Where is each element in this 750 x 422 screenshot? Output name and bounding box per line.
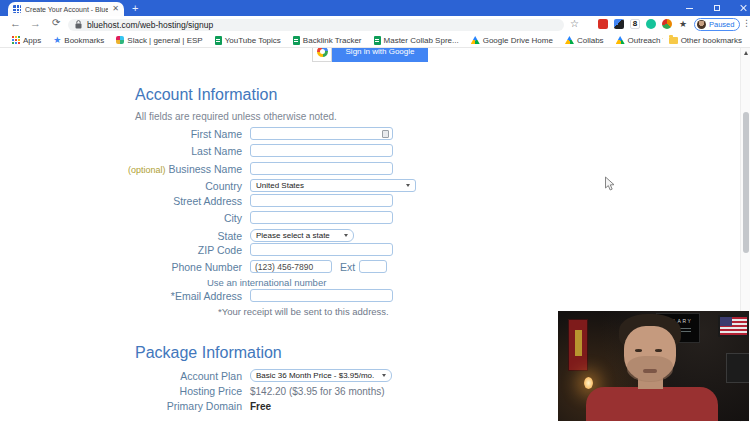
- last-name-label: Last Name: [0, 145, 250, 157]
- sheets-icon: [374, 36, 381, 45]
- street-address-input[interactable]: [250, 194, 393, 207]
- browser-menu-icon[interactable]: ⋮: [742, 18, 750, 28]
- slack-icon: [116, 36, 124, 44]
- person-torso: [586, 387, 718, 421]
- primary-domain-label: Primary Domain: [0, 400, 250, 412]
- tab-close-icon[interactable]: ✕: [112, 2, 119, 16]
- hosting-price-value: $142.20 ($3.95 for 36 months): [250, 386, 385, 397]
- new-tab-button[interactable]: +: [132, 1, 138, 15]
- url-text: bluehost.com/web-hosting/signup: [87, 20, 213, 30]
- business-name-label: (optional)Business Name: [0, 163, 250, 175]
- lock-icon: [75, 20, 82, 29]
- state-select[interactable]: Please select a state: [250, 229, 354, 242]
- form-row-phone: Phone Number Ext: [0, 260, 460, 273]
- autofill-icon[interactable]: [382, 130, 389, 138]
- business-name-text: Business Name: [168, 163, 242, 175]
- form-row-business-name: (optional)Business Name: [0, 162, 460, 175]
- other-bookmarks-button[interactable]: Other bookmarks: [663, 36, 742, 45]
- bookmark-label: Bookmarks: [64, 36, 104, 45]
- international-number-link[interactable]: Use an international number: [207, 277, 326, 288]
- chevron-down-icon: [382, 374, 386, 377]
- apps-grid-icon: [12, 36, 20, 44]
- forward-icon[interactable]: →: [30, 17, 41, 29]
- close-button[interactable]: [732, 0, 750, 16]
- tab-title: Create Your Account - Bluehost: [25, 6, 108, 13]
- bookmark-label: YouTube Topics: [225, 36, 281, 45]
- close-icon: [739, 4, 747, 12]
- bookmark-master-collab[interactable]: Master Collab Spre...: [374, 36, 459, 45]
- first-name-input[interactable]: [250, 127, 393, 140]
- ext-label: Ext: [340, 261, 355, 273]
- grammarly-icon[interactable]: [646, 19, 656, 29]
- address-bar[interactable]: bluehost.com/web-hosting/signup: [68, 19, 564, 31]
- star-icon: ★: [53, 36, 61, 44]
- browser-tab[interactable]: Create Your Account - Bluehost ✕: [8, 2, 124, 16]
- bookmark-youtube-topics[interactable]: YouTube Topics: [215, 36, 281, 45]
- phone-number-input[interactable]: [250, 260, 332, 273]
- google-signin-button[interactable]: Sign in with Google: [312, 48, 428, 62]
- us-flag: [718, 315, 749, 337]
- wall-frame: [726, 353, 749, 383]
- google-logo-icon: [312, 48, 332, 62]
- form-row-first-name: First Name: [0, 127, 460, 140]
- bluehost-favicon-icon: [13, 5, 21, 13]
- package-information-heading: Package Information: [135, 344, 282, 362]
- bookmark-backlink-tracker[interactable]: Backlink Tracker: [293, 36, 362, 45]
- scroll-up-icon[interactable]: [744, 51, 748, 55]
- account-plan-value: Basic 36 Month Price - $3.95/mo.: [256, 371, 374, 380]
- other-bookmarks-label: Other bookmarks: [681, 36, 742, 45]
- drive-icon: [616, 36, 625, 44]
- state-label: State: [0, 230, 250, 242]
- refresh-icon[interactable]: ⟳: [52, 17, 60, 28]
- person-mouth: [643, 369, 657, 373]
- form-row-street: Street Address: [0, 194, 460, 207]
- light-bulb: [584, 377, 593, 389]
- email-address-input[interactable]: [250, 289, 393, 302]
- city-input[interactable]: [250, 211, 393, 224]
- extension-icon[interactable]: [598, 19, 608, 29]
- back-icon[interactable]: ←: [10, 17, 21, 29]
- phone-ext-input[interactable]: [359, 260, 387, 273]
- bookmark-label: Master Collab Spre...: [384, 36, 459, 45]
- bookmark-star-icon[interactable]: ☆: [570, 18, 579, 29]
- minimize-button[interactable]: [678, 0, 700, 16]
- drive-icon: [471, 36, 480, 44]
- webcam-overlay: SALARY: [558, 311, 749, 421]
- extension-eight-icon[interactable]: 8: [630, 19, 640, 29]
- profile-button[interactable]: Paused: [694, 18, 740, 31]
- form-row-zip: ZIP Code: [0, 243, 460, 256]
- sheets-icon: [215, 36, 222, 45]
- title-bar: Create Your Account - Bluehost ✕ +: [0, 0, 750, 16]
- form-row-state: State Please select a state: [0, 229, 460, 242]
- account-information-heading: Account Information: [135, 86, 277, 104]
- zip-code-label: ZIP Code: [0, 244, 250, 256]
- optional-tag: (optional): [128, 165, 166, 175]
- sync-status-badge: Paused: [709, 20, 734, 29]
- form-row-email: *Email Address: [0, 289, 460, 302]
- primary-domain-value: Free: [250, 401, 271, 412]
- account-plan-select[interactable]: Basic 36 Month Price - $3.95/mo.: [250, 369, 392, 382]
- drive-icon: [565, 36, 574, 44]
- business-name-input[interactable]: [250, 162, 393, 175]
- country-select[interactable]: United States: [250, 179, 416, 192]
- extension-icon[interactable]: [662, 19, 672, 29]
- form-row-hosting-price: Hosting Price $142.20 ($3.95 for 36 mont…: [0, 385, 460, 397]
- first-name-label: First Name: [0, 128, 250, 140]
- bookmark-apps[interactable]: Apps: [12, 36, 41, 45]
- bookmark-slack[interactable]: Slack | general | ESP: [116, 36, 202, 45]
- extensions-pin-icon[interactable]: ★: [678, 19, 688, 29]
- bookmark-drive-home[interactable]: Google Drive Home: [471, 36, 553, 45]
- scrollbar-thumb[interactable]: [743, 112, 749, 253]
- last-name-input[interactable]: [250, 144, 393, 157]
- extension-pencil-icon[interactable]: [614, 19, 624, 29]
- form-row-city: City: [0, 211, 460, 224]
- hosting-price-label: Hosting Price: [0, 385, 250, 397]
- zip-code-input[interactable]: [250, 243, 393, 256]
- maximize-button[interactable]: [706, 0, 728, 16]
- minimize-icon: [686, 8, 693, 9]
- folder-icon: [669, 37, 678, 44]
- bookmark-collabs[interactable]: Collabs: [565, 36, 604, 45]
- state-value: Please select a state: [256, 231, 330, 240]
- bookmark-bookmarks[interactable]: ★Bookmarks: [53, 36, 104, 45]
- bookmark-label: Slack | general | ESP: [127, 36, 202, 45]
